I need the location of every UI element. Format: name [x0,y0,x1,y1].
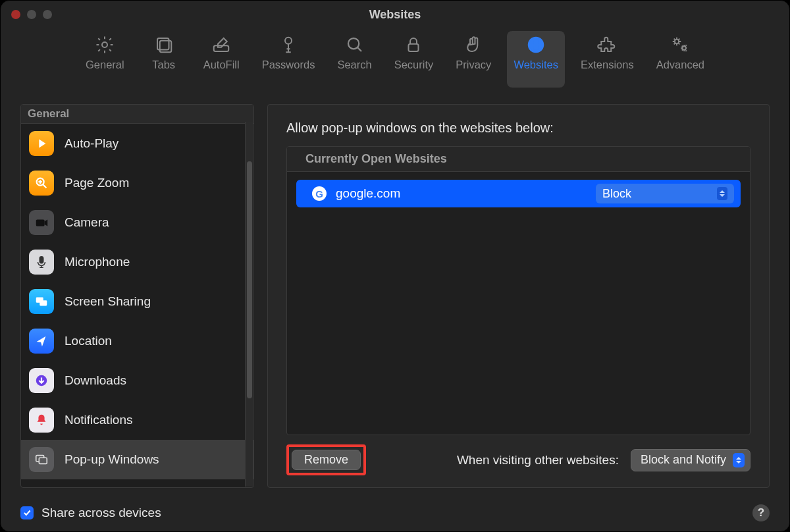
sidebar-item-label: Downloads [65,373,126,388]
other-websites-value: Block and Notify [641,453,726,467]
puzzle-icon [597,35,617,55]
gears-icon [670,35,690,55]
list-section-header: Currently Open Websites [287,147,750,172]
sidebar-item-location[interactable]: Location [21,321,253,361]
svg-rect-6 [409,44,419,51]
sidebar-item-label: Camera [65,215,109,230]
sidebar-item-label: Page Zoom [65,176,129,190]
location-arrow-icon [29,329,54,354]
detail-pane: Allow pop-up windows on the websites bel… [267,104,770,488]
preferences-window: Websites General Tabs AutoFill Password [0,0,790,532]
share-across-devices-row[interactable]: Share across devices [20,506,161,520]
sidebar: General Auto-Play Page Zoom [20,104,254,488]
website-domain: google.com [336,186,587,201]
tabs-icon [154,35,174,55]
screens-icon [29,289,54,314]
hand-icon [463,35,483,55]
download-icon [29,368,54,393]
other-websites-label: When visiting other websites: [457,453,619,467]
tab-label: General [86,59,124,71]
sidebar-item-label: Location [65,334,112,348]
sidebar-item-screen-sharing[interactable]: Screen Sharing [21,282,253,321]
zoom-window-button[interactable] [43,10,52,19]
windows-icon [29,447,54,472]
sidebar-item-notifications[interactable]: Notifications [21,400,253,440]
tab-advanced[interactable]: Advanced [650,31,711,88]
tab-label: Extensions [581,59,634,71]
camera-icon [29,210,54,235]
remove-highlight: Remove [286,444,366,475]
tab-label: Security [394,59,434,71]
sidebar-item-label: Auto-Play [65,136,118,151]
key-icon [278,35,298,55]
remove-button[interactable]: Remove [292,450,361,470]
pencil-field-icon [211,35,231,55]
sidebar-item-label: Notifications [65,413,133,427]
detail-title: Allow pop-up windows on the websites bel… [286,120,750,136]
website-row[interactable]: G google.com Block [296,180,741,207]
share-label: Share across devices [41,506,161,520]
tab-websites[interactable]: Websites [507,31,565,88]
share-checkbox[interactable] [20,506,34,519]
sidebar-item-microphone[interactable]: Microphone [21,242,253,282]
svg-rect-1 [157,38,169,50]
svg-rect-12 [40,257,43,263]
select-stepper-icon [717,187,727,200]
svg-point-8 [675,40,679,43]
titlebar: Websites [1,1,789,28]
gear-icon [95,35,115,55]
other-websites-select[interactable]: Block and Notify [631,449,750,471]
microphone-icon [29,250,54,275]
play-icon [29,131,54,156]
svg-point-4 [285,38,292,44]
globe-icon [526,35,546,55]
sidebar-list: Auto-Play Page Zoom Camera [21,124,253,487]
tab-label: Advanced [656,59,704,71]
close-window-button[interactable] [11,10,20,19]
sidebar-item-auto-play[interactable]: Auto-Play [21,124,253,163]
google-favicon: G [312,186,327,201]
tab-label: Passwords [262,59,315,71]
tab-passwords[interactable]: Passwords [255,31,322,88]
tab-tabs[interactable]: Tabs [140,31,188,88]
content-area: General Auto-Play Page Zoom [1,88,789,494]
scrollbar-thumb[interactable] [247,161,252,398]
tab-search[interactable]: Search [330,31,378,88]
sidebar-item-label: Screen Sharing [65,294,151,309]
window-controls [11,10,52,19]
sidebar-item-popup-windows[interactable]: Pop-up Windows [21,440,253,479]
sidebar-item-camera[interactable]: Camera [21,203,253,242]
sidebar-scrollbar[interactable] [245,122,253,487]
lock-icon [404,35,423,55]
bell-icon [29,408,54,433]
tab-label: Tabs [152,59,175,71]
policy-select[interactable]: Block [596,184,734,203]
footer: Share across devices ? [1,494,789,531]
minimize-window-button[interactable] [27,10,36,19]
search-icon [345,35,365,55]
tab-label: Privacy [456,59,491,71]
tab-extensions[interactable]: Extensions [574,31,641,88]
detail-bottom-bar: Remove When visiting other websites: Blo… [286,435,750,475]
tab-privacy[interactable]: Privacy [449,31,498,88]
sidebar-item-label: Microphone [65,255,130,269]
tab-label: Search [337,59,371,71]
help-button[interactable]: ? [752,504,770,521]
tab-general[interactable]: General [79,31,131,88]
sidebar-section-header: General [21,105,253,124]
tab-autofill[interactable]: AutoFill [197,31,246,88]
sidebar-item-page-zoom[interactable]: Page Zoom [21,163,253,203]
svg-rect-11 [36,219,45,226]
svg-rect-14 [40,300,47,306]
tab-security[interactable]: Security [388,31,440,88]
preferences-toolbar: General Tabs AutoFill Passwords Search [1,28,789,88]
websites-list: Currently Open Websites G google.com Blo… [286,146,750,435]
policy-value: Block [602,187,631,201]
zoom-icon [29,171,54,196]
window-title: Websites [369,8,421,22]
tab-label: AutoFill [203,59,240,71]
svg-point-0 [102,42,107,47]
sidebar-item-downloads[interactable]: Downloads [21,361,253,400]
tab-label: Websites [514,59,558,71]
sidebar-item-label: Pop-up Windows [65,452,159,467]
